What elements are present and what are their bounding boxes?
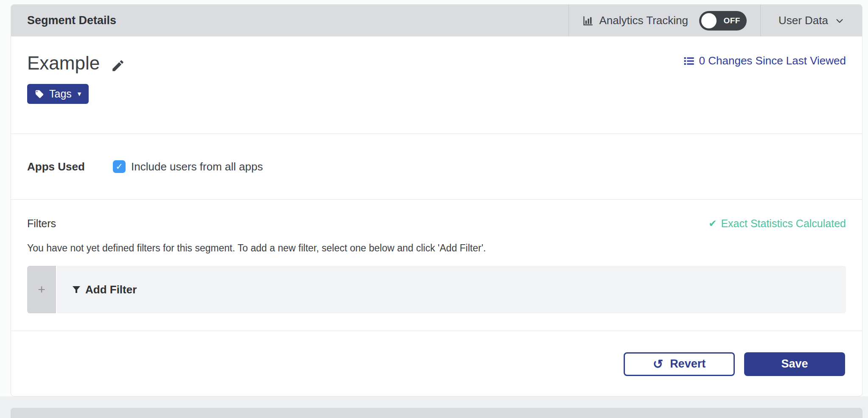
tags-button[interactable]: Tags ▾ xyxy=(27,84,89,104)
add-filter-plus-button[interactable]: + xyxy=(27,266,56,313)
user-data-label: User Data xyxy=(778,14,828,27)
apps-used-section: Apps Used ✓ Include users from all apps xyxy=(11,134,862,200)
add-filter-bar: Add Filter xyxy=(57,266,846,313)
segment-title-section: Example 0 Changes Since Last Viewed Tags… xyxy=(11,36,862,134)
user-data-dropdown[interactable]: User Data xyxy=(760,5,862,36)
changes-since-last-viewed-link[interactable]: 0 Changes Since Last Viewed xyxy=(683,54,846,67)
revert-button-label: Revert xyxy=(670,357,706,371)
plus-icon: + xyxy=(38,282,45,297)
changes-list-icon xyxy=(683,55,695,67)
toggle-state-label: OFF xyxy=(723,16,740,25)
toggle-knob xyxy=(701,13,717,28)
header-controls: Analytics Tracking OFF User Data xyxy=(568,5,862,36)
analytics-tracking-label: Analytics Tracking xyxy=(599,14,688,27)
status-label: Exact Statistics Calculated xyxy=(721,217,846,230)
include-all-apps-label: Include users from all apps xyxy=(131,160,263,173)
revert-button[interactable]: ↺ Revert xyxy=(624,352,735,376)
footer-actions: ↺ Revert Save xyxy=(11,331,862,397)
filters-heading: Filters xyxy=(27,217,56,230)
filters-section: Filters ✔ Exact Statistics Calculated Yo… xyxy=(11,200,862,331)
save-button-label: Save xyxy=(781,357,808,371)
caret-down-icon: ▾ xyxy=(78,89,81,98)
segment-name: Example xyxy=(27,53,100,74)
filters-description: You have not yet defined filters for thi… xyxy=(27,242,846,254)
chevron-down-icon xyxy=(835,16,844,25)
checkbox-check-icon: ✓ xyxy=(115,162,123,172)
card-header: Segment Details Analytics Tracking OFF U… xyxy=(11,5,862,36)
tags-button-label: Tags xyxy=(49,88,72,100)
include-all-apps-checkbox[interactable]: ✓ xyxy=(113,160,126,173)
add-filter-label: Add Filter xyxy=(85,283,137,296)
status-check-icon: ✔ xyxy=(708,218,717,229)
save-button[interactable]: Save xyxy=(744,352,845,376)
bar-chart-icon xyxy=(582,15,594,26)
page-title: Segment Details xyxy=(11,14,116,27)
add-filter-row: + Add Filter xyxy=(27,266,846,313)
next-panel-header-strip xyxy=(11,408,862,418)
revert-icon: ↺ xyxy=(653,357,663,371)
segment-details-card: Segment Details Analytics Tracking OFF U… xyxy=(11,4,862,396)
exact-statistics-status: ✔ Exact Statistics Calculated xyxy=(708,217,846,230)
analytics-tracking-section: Analytics Tracking OFF xyxy=(568,5,760,36)
tag-icon xyxy=(35,89,44,99)
edit-pencil-icon[interactable] xyxy=(111,59,125,73)
funnel-icon xyxy=(71,284,81,295)
changes-link-label: 0 Changes Since Last Viewed xyxy=(699,54,846,67)
apps-used-label: Apps Used xyxy=(27,160,113,173)
analytics-tracking-toggle[interactable]: OFF xyxy=(699,11,747,31)
